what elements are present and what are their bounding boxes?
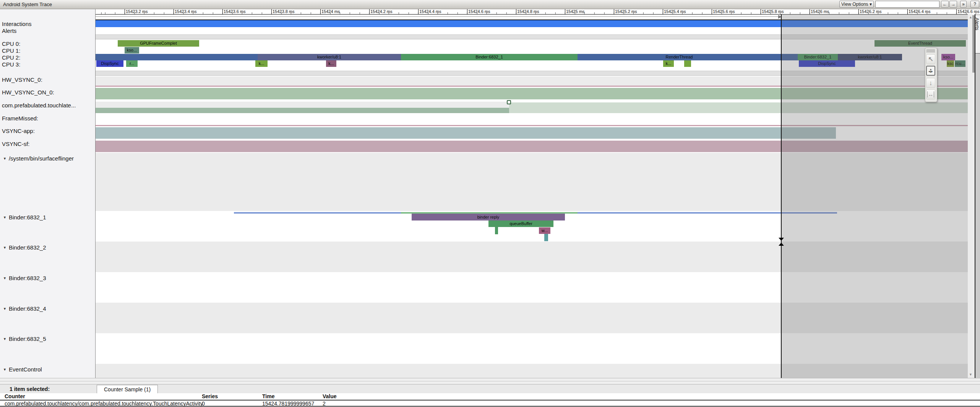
view-options-button[interactable]: View Options ▾ xyxy=(839,1,874,8)
search-input[interactable] xyxy=(875,1,939,8)
ruler-tick-label: 15423.6 ms xyxy=(224,9,245,14)
zoom-tool-button[interactable]: ↓ xyxy=(926,78,935,88)
ruler-major-tick xyxy=(614,9,614,14)
alerts-side-strip xyxy=(975,14,980,378)
panel-divider xyxy=(975,14,975,378)
collapse-icon[interactable]: ▼ xyxy=(3,337,6,341)
cell-counter: com.prefabulated.touchlatency/com.prefab… xyxy=(5,401,203,407)
sidebar-item-label: EventControl xyxy=(9,366,42,373)
ruler-tick-label: 15424.6 ms xyxy=(468,9,490,14)
sidebar-item-framemissed[interactable]: FrameMissed: xyxy=(2,115,38,122)
trace-slice-dispsync[interactable]: DispSync xyxy=(96,60,123,67)
ruler-tick-label: 15424.2 ms xyxy=(370,9,392,14)
back-button[interactable]: ← xyxy=(941,1,949,8)
trace-slice-cpu2-run[interactable] xyxy=(96,54,258,60)
alerts-side-tab[interactable]: Alerts xyxy=(975,15,980,54)
trace-slice-kworker-small[interactable]: k... xyxy=(663,60,674,67)
trace-slice-small-slice[interactable] xyxy=(495,227,498,234)
ruler-tick-label: 15423.8 ms xyxy=(273,9,294,14)
ruler-major-tick xyxy=(222,9,223,14)
sidebar-item-cpu3[interactable]: CPU 3: xyxy=(2,61,20,68)
ruler-tick-label: 15425.8 ms xyxy=(762,9,784,14)
sidebar-item-alerts[interactable]: Alerts xyxy=(2,28,16,34)
ruler-tick-label: 15425.2 ms xyxy=(615,9,637,14)
sidebar-item-touchlatency[interactable]: com.prefabulated.touchlate... xyxy=(2,102,76,109)
collapse-icon[interactable]: ▼ xyxy=(3,246,6,250)
sidebar-item-vsync-sf[interactable]: VSYNC-sf: xyxy=(2,141,30,147)
sidebar-item-hw-vsync-0[interactable]: HW_VSYNC_0: xyxy=(2,76,42,83)
sidebar-item-label: Binder:6832_4 xyxy=(9,305,46,312)
title-bar: Android System Trace View Options ▾ ← → … xyxy=(0,0,980,9)
forward-button[interactable]: → xyxy=(949,1,957,8)
sidebar-item-hw-vsync-on-0[interactable]: HW_VSYNC_ON_0: xyxy=(2,89,54,96)
selection-tool-button[interactable]: ↖ xyxy=(926,54,935,64)
trace-slice-binder-6832-1[interactable]: Binder:6832_1 xyxy=(401,54,578,60)
collapse-icon[interactable]: ▼ xyxy=(3,368,6,371)
palette-drag-handle[interactable] xyxy=(926,49,935,53)
trace-slice-gpu-frame-complete[interactable]: GPUFrameComplet xyxy=(118,40,199,47)
trace-slice-queue-buffer[interactable]: queueBuffer xyxy=(488,221,553,227)
selected-counter-sample-marker[interactable] xyxy=(507,100,511,104)
trace-slice-wait-slice[interactable]: w... xyxy=(539,227,550,234)
sidebar-item-binder-6832-4[interactable]: ▼Binder:6832_4 xyxy=(3,305,46,312)
out-of-range-overlay xyxy=(781,14,968,378)
sidebar-item-cpu0[interactable]: CPU 0: xyxy=(2,41,20,47)
timing-tool-button[interactable]: ↔ xyxy=(926,89,935,99)
sidebar-item-binder-6832-5[interactable]: ▼Binder:6832_5 xyxy=(3,336,46,342)
cell-series: 0 xyxy=(202,401,205,407)
table-row[interactable]: com.prefabulated.touchlatency/com.prefab… xyxy=(0,401,980,407)
marker-arrow-down-icon xyxy=(779,238,784,241)
sidebar-item-eventcontrol[interactable]: ▼EventControl xyxy=(3,366,42,373)
sidebar-item-cpu1[interactable]: CPU 1: xyxy=(2,47,20,54)
time-marker-line[interactable] xyxy=(781,14,782,378)
cell-time: 15424.781999999657 xyxy=(262,401,314,407)
ruler-major-tick xyxy=(810,9,810,14)
trace-slice-kworker-small[interactable] xyxy=(684,60,691,67)
marker-arrow-up-icon xyxy=(779,243,784,246)
touchlatency-counter-low-fill[interactable] xyxy=(96,108,509,113)
collapse-icon[interactable]: ▼ xyxy=(3,276,6,280)
trace-slice-kworker-small[interactable]: k... xyxy=(326,60,336,67)
pan-tool-button[interactable]: ↔↕ xyxy=(926,66,935,76)
trace-slice-kworker-small[interactable]: k... xyxy=(255,60,268,67)
trace-slice-kworker[interactable]: kworker/u8:1 xyxy=(258,54,401,60)
scroll-down-icon[interactable]: ▼ xyxy=(969,373,972,376)
collapse-icon[interactable]: ▼ xyxy=(3,216,6,219)
sidebar-item-vsync-app[interactable]: VSYNC-app: xyxy=(2,128,35,134)
scroll-up-icon[interactable]: ▲ xyxy=(969,15,972,19)
sidebar-item-cpu2[interactable]: CPU 2: xyxy=(2,54,20,61)
timing-icon: ↔ xyxy=(927,91,934,97)
sidebar-item-binder-6832-2[interactable]: ▼Binder:6832_2 xyxy=(3,244,46,251)
horizontal-splitter[interactable] xyxy=(0,378,980,384)
collapse-icon[interactable]: ▼ xyxy=(3,307,6,311)
sidebar-item-binder-6832-1[interactable]: ▼Binder:6832_1 xyxy=(3,214,46,221)
ruler-major-tick xyxy=(907,9,908,14)
sidebar-item-binder-6832-3[interactable]: ▼Binder:6832_3 xyxy=(3,275,46,281)
vsync-app-counter[interactable] xyxy=(96,127,836,139)
sidebar-item-interactions[interactable]: Interactions xyxy=(2,21,32,27)
trace-slice-render-thread[interactable]: RenderThread xyxy=(578,54,781,60)
trace-slice-small-slice[interactable] xyxy=(544,234,548,241)
window-title: Android System Trace xyxy=(3,2,52,7)
help-button[interactable]: ? xyxy=(970,1,979,8)
trace-slice-binder-reply[interactable]: binder reply xyxy=(412,214,565,221)
tab-counter-sample[interactable]: Counter Sample (1) xyxy=(97,385,158,393)
ruler-major-tick xyxy=(956,9,957,14)
ruler-tick-label: 15423.4 ms xyxy=(175,9,196,14)
selection-count-label: 1 item selected: xyxy=(10,386,50,392)
sidebar-item-label: Binder:6832_5 xyxy=(9,336,46,342)
collapse-icon[interactable]: ▼ xyxy=(3,157,6,161)
touchlatency-counter-low-bg[interactable] xyxy=(96,102,509,108)
trace-slice-rcu-slice[interactable]: r... xyxy=(126,60,138,67)
sidebar-item-surfaceflinger[interactable]: ▼/system/bin/surfaceflinger xyxy=(3,155,74,162)
trace-slice-ksoftirqd[interactable]: kso... xyxy=(125,47,139,54)
more-button[interactable]: » xyxy=(960,1,967,8)
sidebar-item-label: Binder:6832_2 xyxy=(9,244,46,251)
ruler-major-tick xyxy=(712,9,712,14)
ruler-major-tick xyxy=(174,9,174,14)
timeline-ruler[interactable]: 15423.2 ms15423.4 ms15423.6 ms15423.8 ms… xyxy=(96,9,980,15)
trace-slice-thread-state-line[interactable] xyxy=(234,212,401,214)
mouse-mode-palette: ↖ ↔↕ ↓ ↔ xyxy=(925,48,937,102)
ruler-tick-label: 15426 ms xyxy=(811,9,829,14)
column-counter: Counter xyxy=(5,393,25,399)
